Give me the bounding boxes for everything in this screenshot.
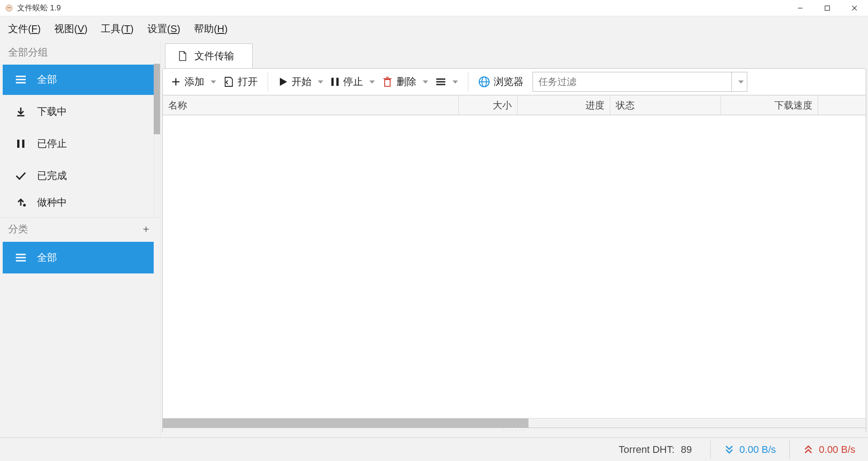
check-icon: [14, 169, 27, 182]
sidebar-group-header: 全部分组: [0, 41, 160, 64]
svg-rect-13: [22, 140, 24, 148]
status-upload-speed: 0.00 B/s: [803, 444, 855, 456]
svg-rect-22: [331, 78, 334, 86]
chevron-down-icon: [453, 80, 458, 84]
svg-point-2: [9, 7, 10, 8]
menu-file[interactable]: 文件(F): [8, 22, 41, 36]
chevron-down-icon: [738, 80, 744, 84]
minimize-button[interactable]: [787, 0, 814, 16]
delete-button[interactable]: 删除: [381, 71, 429, 93]
toolbar: 添加 打开 开始: [162, 68, 866, 95]
app-window: 文件蜈蚣 1.9 文件(F) 视图(V) 工具(T) 设置(S) 帮助(H) 全…: [0, 0, 868, 461]
status-value: 0.00 B/s: [819, 444, 855, 456]
status-divider: [710, 441, 711, 459]
download-double-arrow-icon: [724, 444, 734, 455]
svg-rect-24: [385, 80, 390, 86]
filter-input[interactable]: [533, 72, 731, 91]
add-category-button[interactable]: +: [143, 223, 149, 235]
status-dht-value: 89: [681, 444, 692, 456]
globe-icon: [478, 76, 490, 88]
chevron-down-icon: [369, 80, 375, 84]
status-value: 0.00 B/s: [740, 444, 776, 456]
sidebar-item-seeding[interactable]: 做种中: [3, 193, 154, 215]
status-download-speed: 0.00 B/s: [724, 444, 776, 456]
open-button[interactable]: 打开: [222, 71, 259, 93]
table-body: [162, 115, 866, 418]
menu-help[interactable]: 帮助(H): [194, 22, 228, 36]
list-options-button[interactable]: [434, 71, 459, 93]
menu-settings[interactable]: 设置(S): [147, 22, 180, 36]
sidebar-item-label: 已完成: [37, 169, 67, 183]
download-icon: [14, 105, 27, 118]
sidebar: 全部分组 全部 下载中: [0, 41, 160, 437]
svg-point-15: [23, 204, 26, 207]
window-controls: [787, 0, 868, 16]
filter-dropdown[interactable]: [731, 72, 747, 91]
pause-icon: [330, 76, 340, 87]
toolbar-divider: [468, 72, 468, 92]
menu-icon: [14, 251, 27, 264]
sidebar-item-downloading[interactable]: 下载中: [3, 97, 154, 127]
svg-point-0: [6, 5, 12, 11]
col-extra[interactable]: [818, 95, 866, 115]
status-dht-label: Torrent DHT:: [619, 444, 675, 456]
filter-box: [533, 72, 747, 92]
stop-button[interactable]: 停止: [330, 71, 376, 93]
sidebar-scrollbar[interactable]: [154, 64, 160, 217]
sidebar-group-list: 全部 下载中 已停止: [0, 64, 160, 217]
menu-bar: 文件(F) 视图(V) 工具(T) 设置(S) 帮助(H): [0, 16, 868, 41]
upload-double-arrow-icon: [803, 444, 813, 455]
sidebar-item-label: 下载中: [37, 105, 67, 118]
menu-view[interactable]: 视图(V): [54, 22, 87, 36]
title-bar: 文件蜈蚣 1.9: [0, 0, 868, 16]
sidebar-item-label: 已停止: [37, 137, 67, 151]
tab-file-transfer[interactable]: 文件传输: [165, 43, 253, 68]
open-file-icon: [223, 76, 234, 88]
col-name[interactable]: 名称: [163, 95, 459, 115]
toolbar-label: 停止: [343, 75, 363, 89]
sidebar-item-all[interactable]: 全部: [3, 65, 154, 95]
toolbar-divider: [268, 72, 268, 92]
svg-rect-12: [17, 140, 19, 148]
main-panel: 文件传输 添加 打开: [160, 41, 868, 437]
toolbar-label: 开始: [292, 75, 311, 89]
tab-bar: 文件传输: [160, 41, 868, 68]
trash-icon: [382, 76, 393, 88]
toolbar-label: 添加: [184, 75, 204, 89]
svg-rect-23: [336, 78, 339, 86]
col-progress[interactable]: 进度: [518, 95, 610, 115]
col-down-speed[interactable]: 下载速度: [721, 95, 818, 115]
horizontal-scroll-thumb[interactable]: [163, 419, 528, 428]
col-status[interactable]: 状态: [610, 95, 721, 115]
menu-icon: [14, 73, 27, 86]
chevron-down-icon: [211, 80, 216, 84]
menu-tools[interactable]: 工具(T): [101, 22, 133, 36]
chevron-down-icon: [423, 80, 428, 84]
status-bar: Torrent DHT: 89 0.00 B/s 0.00 B/s: [0, 437, 868, 461]
maximize-button[interactable]: [814, 0, 841, 16]
chevron-down-icon: [318, 80, 323, 84]
toolbar-label: 浏览器: [494, 75, 524, 89]
splitter-handle[interactable]: · · · · · ·: [162, 428, 866, 432]
upload-icon: [14, 196, 27, 208]
close-button[interactable]: [841, 0, 868, 16]
sidebar-item-completed[interactable]: 已完成: [3, 161, 154, 191]
app-title: 文件蜈蚣 1.9: [17, 3, 61, 13]
svg-marker-21: [280, 78, 287, 86]
pause-icon: [14, 137, 27, 150]
app-icon: [5, 4, 14, 13]
col-size[interactable]: 大小: [459, 95, 518, 115]
svg-point-1: [8, 7, 9, 8]
status-divider: [789, 441, 790, 459]
horizontal-scrollbar[interactable]: [162, 418, 866, 428]
sidebar-category-all[interactable]: 全部: [3, 242, 154, 273]
add-button[interactable]: 添加: [170, 71, 217, 93]
menu-icon: [435, 77, 446, 86]
sidebar-item-stopped[interactable]: 已停止: [3, 129, 154, 159]
browser-button[interactable]: 浏览器: [477, 71, 524, 93]
sidebar-scroll-thumb[interactable]: [154, 64, 160, 134]
play-icon: [278, 76, 288, 87]
plus-icon: [171, 77, 181, 87]
toolbar-label: 删除: [396, 75, 416, 89]
start-button[interactable]: 开始: [277, 71, 324, 93]
